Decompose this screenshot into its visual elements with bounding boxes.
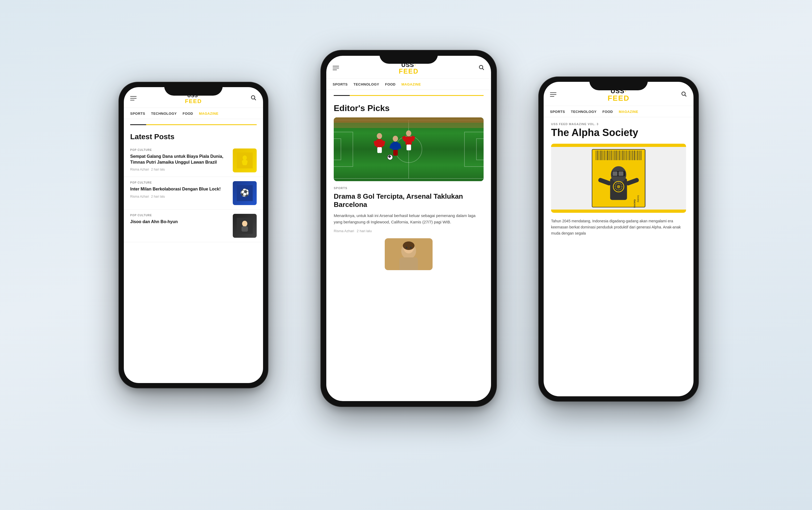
hamburger-menu-left[interactable] (130, 96, 137, 100)
nav-tab-tech-left[interactable]: TECHNOLOGY (151, 112, 177, 119)
nav-tab-tech-right[interactable]: TECHNOLOGY (571, 110, 597, 117)
svg-rect-66 (614, 150, 615, 160)
nav-tab-food-center[interactable]: FOOD (385, 82, 396, 90)
nav-tabs-right: SPORTS TECHNOLOGY FOOD MAGAZINE (544, 106, 694, 117)
article-meta-1: Risma Azhari 2 hari lalu (130, 168, 229, 171)
svg-text:Society: Society (633, 199, 636, 208)
svg-rect-87 (612, 171, 617, 176)
author-2: Risma Azhari (130, 195, 149, 199)
svg-rect-69 (619, 150, 620, 160)
svg-rect-80 (637, 150, 638, 160)
svg-point-23 (377, 133, 382, 139)
logo-uss-right: USS (611, 87, 625, 95)
svg-rect-65 (612, 150, 613, 160)
phone-center: USS· FEED SPORTS TECHNOLOGY FOOD MAGAZIN… (321, 51, 496, 407)
author-1: Risma Azhari (130, 168, 149, 171)
hamburger-menu-center[interactable] (333, 66, 339, 70)
article-thumb-2: ⚽ (233, 181, 257, 205)
svg-rect-82 (641, 150, 642, 160)
svg-point-3 (242, 155, 247, 160)
nav-tab-food-right[interactable]: FOOD (602, 110, 613, 117)
right-header: USS· FEED (544, 82, 694, 106)
svg-rect-81 (639, 150, 640, 160)
nav-tab-magazine-left[interactable]: MAGAZINE (199, 112, 219, 119)
svg-rect-76 (631, 150, 631, 160)
article-item-2[interactable]: POP CULTURE Inter Milan Berkolaborasi De… (124, 177, 263, 210)
center-article-body: SPORTS Drama 8 Gol Tercipta, Arsenal Tak… (326, 186, 491, 233)
svg-point-29 (406, 130, 411, 136)
right-screen: USS· FEED SPORTS TECHNOLOGY FOOD MAGAZIN… (544, 82, 694, 396)
phone-left: USS· FEED SPORTS TECHNOLOGY FOOD MAGAZIN… (119, 82, 268, 388)
svg-rect-56 (597, 150, 598, 160)
svg-rect-63 (609, 150, 610, 160)
nav-tab-sports-left[interactable]: SPORTS (130, 112, 145, 119)
magazine-cover: Society Society (551, 144, 686, 213)
svg-rect-28 (379, 147, 382, 153)
svg-rect-60 (604, 150, 605, 160)
center-author: Risma Azhari (334, 229, 354, 233)
thumb-image-1 (233, 149, 257, 172)
nav-tab-sports-right[interactable]: SPORTS (550, 110, 565, 117)
nav-tab-sports-center[interactable]: SPORTS (333, 82, 348, 90)
svg-rect-64 (611, 150, 612, 160)
svg-rect-34 (408, 145, 411, 150)
nav-tab-magazine-right[interactable]: MAGAZINE (619, 110, 638, 117)
article-category-2: POP CULTURE (130, 181, 229, 184)
svg-point-35 (393, 136, 398, 142)
svg-rect-59 (602, 150, 603, 160)
svg-rect-40 (395, 150, 398, 156)
logo-feed-left: FEED (185, 98, 202, 104)
left-screen: USS· FEED SPORTS TECHNOLOGY FOOD MAGAZIN… (124, 87, 263, 383)
svg-line-13 (483, 68, 484, 70)
latest-posts-title: Latest Posts (124, 127, 263, 144)
svg-rect-55 (596, 150, 597, 160)
center-screen: USS· FEED SPORTS TECHNOLOGY FOOD MAGAZIN… (326, 56, 491, 401)
svg-rect-73 (626, 150, 627, 160)
svg-rect-62 (607, 150, 608, 160)
section-divider-left (124, 124, 263, 125)
logo-right: USS· FEED (608, 87, 630, 102)
nav-tab-food-left[interactable]: FOOD (182, 112, 193, 119)
svg-rect-78 (634, 150, 635, 160)
svg-rect-57 (599, 150, 600, 160)
center-article-excerpt: Menariknya, untuk kali ini Arsenal berha… (334, 212, 484, 225)
field-visual (334, 117, 484, 181)
center-time: 2 hari lalu (357, 229, 372, 233)
article-meta-2: Risma Azhari 2 hari lalu (130, 195, 229, 199)
article-item-1[interactable]: POP CULTURE Sempat Galang Dana untuk Bia… (124, 144, 263, 177)
logo-uss-left: USS (187, 93, 198, 98)
svg-point-10 (242, 221, 248, 227)
article-item-3[interactable]: POP CULTURE Jisoo dan Ahn Bo-hyun (124, 210, 263, 242)
logo-center: USS· FEED (399, 61, 419, 74)
search-icon-left[interactable] (250, 95, 257, 102)
center-article-title: Drama 8 Gol Tercipta, Arsenal Taklukan B… (334, 192, 484, 209)
svg-rect-43 (334, 117, 484, 123)
time-2: 2 hari lalu (151, 195, 165, 199)
logo-feed-center: FEED (399, 68, 419, 74)
search-icon-right[interactable] (681, 91, 687, 98)
svg-rect-74 (628, 150, 628, 160)
svg-point-50 (410, 247, 412, 249)
nav-tab-tech-center[interactable]: TECHNOLOGY (353, 82, 379, 90)
article-category-1: POP CULTURE (130, 149, 229, 151)
left-header: USS· FEED (124, 87, 263, 108)
section-divider-center (326, 95, 491, 96)
article-thumb-3 (233, 214, 257, 238)
nav-tabs-left: SPORTS TECHNOLOGY FOOD MAGAZINE (124, 108, 263, 119)
svg-point-51 (682, 92, 685, 95)
article-text-2: POP CULTURE Inter Milan Berkolaborasi De… (130, 181, 229, 199)
article-category-3: POP CULTURE (130, 214, 229, 217)
svg-point-12 (479, 65, 483, 69)
hamburger-menu-right[interactable] (550, 92, 556, 97)
svg-rect-71 (622, 150, 624, 160)
magazine-excerpt: Tahun 2045 mendatang, Indonesia digadang… (544, 218, 694, 236)
nav-tabs-center: SPORTS TECHNOLOGY FOOD MAGAZINE (326, 79, 491, 90)
nav-tab-magazine-center[interactable]: MAGAZINE (402, 82, 421, 90)
svg-point-0 (251, 96, 255, 99)
person-thumb (334, 238, 484, 270)
search-icon-center[interactable] (478, 64, 485, 72)
svg-rect-68 (617, 150, 618, 160)
article-text-3: POP CULTURE Jisoo dan Ahn Bo-hyun (130, 214, 229, 228)
article-title-1: Sempat Galang Dana untuk Biaya Piala Dun… (130, 153, 229, 165)
svg-rect-61 (606, 150, 606, 160)
